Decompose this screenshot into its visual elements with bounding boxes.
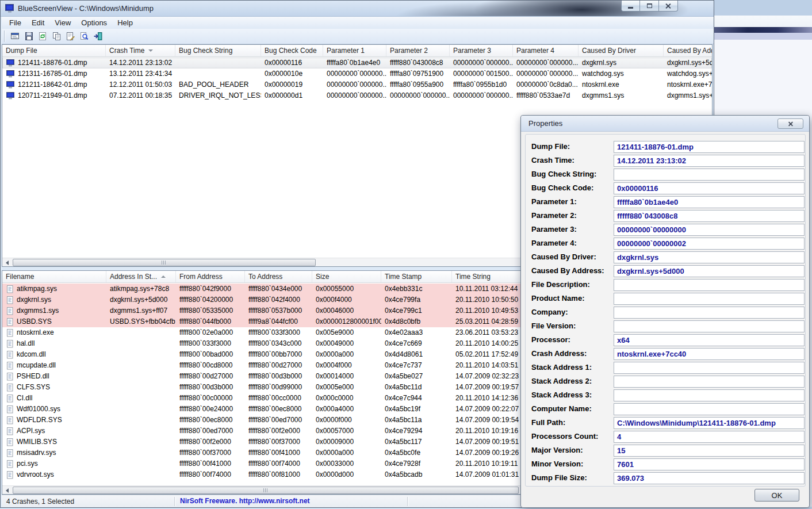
- property-value-product-name[interactable]: [614, 293, 805, 305]
- crash-col-parameter-1[interactable]: Parameter 1: [323, 45, 386, 57]
- maximize-button[interactable]: [640, 1, 659, 12]
- copy-selected-button[interactable]: [49, 29, 63, 43]
- property-label: File Version:: [531, 322, 613, 330]
- property-value-file-version[interactable]: [614, 320, 805, 332]
- crash-col-parameter-4[interactable]: Parameter 4: [513, 45, 579, 57]
- exit-button[interactable]: [91, 29, 105, 43]
- scroll-left-button[interactable]: [2, 259, 12, 266]
- sort-arrow-icon: [161, 275, 166, 278]
- driver-col-time-stamp[interactable]: Time Stamp: [381, 271, 452, 283]
- menu-help[interactable]: Help: [112, 17, 138, 29]
- crash-col-bug-check-string[interactable]: Bug Check String: [175, 45, 261, 57]
- driver-row-filename: ntoskrnl.exe: [2, 327, 106, 338]
- crash-row-parameter-2: fffffa80`0955a900: [386, 79, 450, 90]
- cell-text: CI.dll: [17, 393, 32, 404]
- crash-col-dump-file[interactable]: Dump File: [2, 45, 106, 57]
- scroll-thumb[interactable]: [13, 487, 519, 494]
- property-value-stack-address-1[interactable]: [614, 362, 805, 374]
- save-report-button[interactable]: [22, 29, 36, 43]
- ok-button[interactable]: OK: [754, 489, 799, 502]
- property-value-crash-address[interactable]: [614, 348, 805, 360]
- property-label: Minor Version:: [531, 460, 613, 468]
- refresh-button[interactable]: [36, 29, 49, 43]
- menu-edit[interactable]: Edit: [26, 17, 49, 29]
- property-value-caused-by-driver[interactable]: [614, 251, 805, 263]
- scroll-grip: [263, 488, 269, 492]
- driver-col-size[interactable]: Size: [312, 271, 381, 283]
- find-button[interactable]: [77, 29, 91, 43]
- cell-text: vdrvroot.sys: [17, 469, 54, 480]
- close-button[interactable]: [659, 1, 678, 12]
- property-value-file-description[interactable]: [614, 279, 805, 291]
- property-value-processor[interactable]: [614, 334, 805, 346]
- property-row-bug-check-string: Bug Check String:: [521, 169, 809, 181]
- driver-row-time-stamp: 0x4a5bc0fe: [381, 447, 452, 458]
- property-value-computer-name[interactable]: [614, 403, 805, 415]
- property-value-caused-by-address[interactable]: [614, 265, 805, 277]
- driver-file-icon: [6, 307, 14, 315]
- driver-col-filename[interactable]: Filename: [2, 271, 106, 283]
- crash-col-parameter-2[interactable]: Parameter 2: [386, 45, 450, 57]
- property-value-processors-count[interactable]: [614, 431, 805, 443]
- crash-row[interactable]: 120711-21949-01.dmp07.12.2011 00:18:35DR…: [2, 90, 712, 101]
- property-value-bug-check-string[interactable]: [614, 169, 805, 181]
- dialog-titlebar[interactable]: Properties: [521, 116, 809, 132]
- crash-row-parameter-3: 00000000`001500...: [450, 68, 513, 79]
- driver-row-address-in-stack: [106, 437, 176, 447]
- crash-col-bug-check-code[interactable]: Bug Check Code: [261, 45, 323, 57]
- scroll-left-button[interactable]: [2, 487, 12, 494]
- crash-col-caused-by-address[interactable]: Caused By Address: [664, 45, 712, 57]
- property-value-full-path[interactable]: [614, 417, 805, 429]
- driver-col-to-address[interactable]: To Address: [245, 271, 312, 283]
- crash-row-dump-file: 121411-18876-01.dmp: [2, 58, 106, 68]
- property-value-company[interactable]: [614, 307, 805, 319]
- property-value-minor-version[interactable]: [614, 458, 805, 470]
- scroll-grip: [162, 261, 167, 265]
- titlebar[interactable]: BlueScreenView - C:\Windows\Minidump: [1, 1, 714, 17]
- minimize-button[interactable]: [621, 1, 640, 12]
- property-value-dump-file[interactable]: [614, 141, 805, 153]
- property-value-dump-file-size[interactable]: [614, 472, 805, 484]
- dialog-close-button[interactable]: [777, 118, 803, 129]
- property-value-parameter-1[interactable]: [614, 196, 805, 208]
- cell-text: CLFS.SYS: [17, 382, 50, 393]
- menu-file[interactable]: File: [4, 17, 26, 29]
- cell-text: mcupdate.dll: [17, 360, 56, 371]
- crash-col-parameter-3[interactable]: Parameter 3: [450, 45, 513, 57]
- menu-options[interactable]: Options: [76, 17, 112, 29]
- driver-file-icon: [6, 460, 14, 468]
- toolbar: [2, 29, 714, 44]
- property-value-bug-check-code[interactable]: [614, 182, 805, 194]
- driver-row-from-address: fffff880`00d3b000: [176, 382, 245, 393]
- property-value-stack-address-3[interactable]: [614, 389, 805, 401]
- scroll-thumb[interactable]: [13, 259, 316, 266]
- driver-row-size: 0x00009000: [312, 437, 381, 447]
- driver-row-filename: Wdf01000.sys: [2, 404, 106, 415]
- property-value-crash-time[interactable]: [614, 155, 805, 167]
- driver-col-address-in-st[interactable]: Address In St...: [106, 271, 176, 283]
- property-value-stack-address-2[interactable]: [614, 376, 805, 388]
- status-crash-count: 4 Crashes, 1 Selected: [6, 497, 74, 506]
- driver-row-from-address: fffff880`05335000: [176, 305, 245, 316]
- crash-row[interactable]: 121211-18642-01.dmp12.12.2011 01:50:03BA…: [2, 79, 712, 90]
- driver-row-filename: kdcom.dll: [2, 349, 106, 360]
- crash-col-caused-by-driver[interactable]: Caused By Driver: [579, 45, 664, 57]
- property-value-major-version[interactable]: [614, 445, 805, 457]
- column-label: Time Stamp: [385, 273, 422, 281]
- menu-view[interactable]: View: [49, 17, 76, 29]
- property-label: Stack Address 1:: [531, 363, 613, 372]
- crash-row-parameter-2: fffff880`043008c8: [386, 58, 450, 68]
- properties-button[interactable]: [63, 29, 77, 43]
- driver-col-from-address[interactable]: From Address: [176, 271, 245, 283]
- driver-file-icon: [6, 362, 14, 370]
- property-value-parameter-2[interactable]: [614, 210, 805, 222]
- driver-row-to-address: fffff880`00f2e000: [245, 426, 312, 437]
- crash-row-parameter-4: 00000000`0c8da0...: [513, 79, 579, 90]
- crash-row[interactable]: 121411-18876-01.dmp14.12.2011 23:13:020x…: [2, 58, 712, 68]
- crash-col-crash-time[interactable]: Crash Time: [106, 45, 175, 57]
- advanced-options-button[interactable]: [8, 29, 22, 43]
- property-value-parameter-4[interactable]: [614, 238, 805, 250]
- crash-row[interactable]: 121311-16785-01.dmp13.12.2011 23:41:340x…: [2, 68, 712, 79]
- property-label: Processor:: [531, 335, 613, 344]
- property-value-parameter-3[interactable]: [614, 224, 805, 236]
